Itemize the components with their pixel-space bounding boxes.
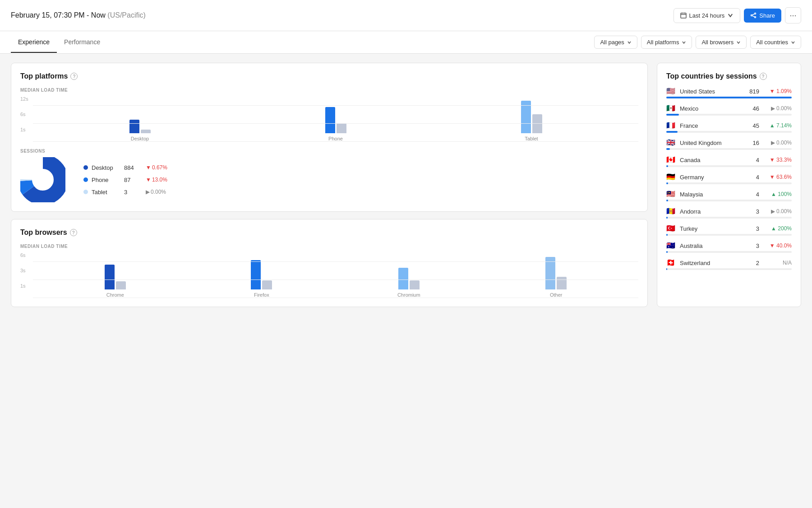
country-item: 🇬🇧 United Kingdom 16 ▶ 0.00% bbox=[666, 139, 792, 150]
y-label-12s: 12s bbox=[20, 96, 33, 102]
country-count: 46 bbox=[748, 105, 759, 112]
legend-tablet: Tablet 3 ▶ 0.00% bbox=[83, 189, 167, 196]
legend-dot-desktop bbox=[83, 165, 88, 170]
country-flag: 🇲🇾 bbox=[666, 191, 676, 198]
country-item: 🇲🇾 Malaysia 4 ▲ 100% bbox=[666, 191, 792, 201]
browser-y-label-3s: 3s bbox=[20, 268, 33, 273]
tab-experience[interactable]: Experience bbox=[11, 32, 57, 53]
firefox-label: Firefox bbox=[254, 292, 269, 298]
date-range-text: February 15, 07:30 PM - Now (US/Pacific) bbox=[11, 11, 146, 19]
svg-rect-0 bbox=[681, 13, 686, 18]
header-right: Last 24 hours Share ··· bbox=[674, 7, 801, 23]
legend-desktop: Desktop 884 ▼ 0.67% bbox=[83, 164, 167, 171]
other-bar-group: Other bbox=[545, 257, 567, 298]
country-item: 🇺🇸 United States 819 ▼ 1.09% bbox=[666, 88, 792, 98]
country-item: 🇦🇩 Andorra 3 ▶ 0.00% bbox=[666, 208, 792, 219]
top-platforms-title: Top platforms ? bbox=[20, 72, 638, 80]
country-flag: 🇬🇧 bbox=[666, 139, 676, 146]
country-name: Canada bbox=[680, 157, 744, 163]
chrome-bar-group: Chrome bbox=[105, 265, 126, 298]
country-count: 45 bbox=[748, 122, 759, 129]
chromium-bar-secondary bbox=[410, 280, 420, 289]
ellipsis-icon: ··· bbox=[789, 11, 796, 20]
tablet-change: ▶ 0.00% bbox=[146, 189, 166, 195]
svg-point-6 bbox=[755, 17, 756, 18]
platforms-info-icon[interactable]: ? bbox=[70, 73, 78, 80]
header-left: February 15, 07:30 PM - Now (US/Pacific) bbox=[11, 11, 146, 19]
main-content: Top platforms ? MEDIAN LOAD TIME 12s 6s … bbox=[0, 54, 812, 316]
browsers-median-label: MEDIAN LOAD TIME bbox=[20, 244, 638, 249]
browser-grid-bottom bbox=[33, 298, 638, 298]
more-options-button[interactable]: ··· bbox=[785, 7, 801, 23]
country-item: 🇫🇷 France 45 ▲ 7.14% bbox=[666, 122, 792, 133]
country-count: 16 bbox=[748, 140, 759, 146]
svg-line-8 bbox=[752, 16, 755, 17]
right-panel: Top countries by sessions ? 🇺🇸 United St… bbox=[657, 63, 801, 307]
all-browsers-filter[interactable]: All browsers bbox=[696, 36, 747, 49]
tablet-bar-secondary bbox=[532, 114, 542, 133]
legend-phone: Phone 87 ▼ 13.0% bbox=[83, 177, 167, 183]
firefox-bar-secondary bbox=[262, 280, 272, 289]
time-range-button[interactable]: Last 24 hours bbox=[674, 8, 741, 23]
country-change: ▲ 100% bbox=[765, 191, 792, 197]
country-item: 🇹🇷 Turkey 3 ▲ 200% bbox=[666, 225, 792, 236]
phone-change: ▼ 13.0% bbox=[146, 177, 167, 183]
country-flag: 🇺🇸 bbox=[666, 88, 676, 95]
browser-y-label-6s: 6s bbox=[20, 252, 33, 258]
country-progress-fill bbox=[666, 234, 668, 236]
svg-point-5 bbox=[751, 15, 752, 16]
all-browsers-label: All browsers bbox=[701, 39, 734, 46]
country-count: 3 bbox=[748, 242, 759, 249]
all-pages-filter[interactable]: All pages bbox=[594, 36, 637, 49]
phone-bar-primary bbox=[325, 107, 335, 133]
firefox-bar-primary bbox=[251, 260, 261, 289]
country-change: ▶ 0.00% bbox=[765, 140, 792, 146]
countries-list: 🇺🇸 United States 819 ▼ 1.09% 🇲🇽 Mexico 4… bbox=[666, 88, 792, 270]
tab-performance[interactable]: Performance bbox=[57, 32, 107, 53]
desktop-bar-primary bbox=[129, 120, 139, 133]
country-flag: 🇫🇷 bbox=[666, 122, 676, 129]
country-change: ▶ 0.00% bbox=[765, 105, 792, 112]
browser-y-label-1s: 1s bbox=[20, 283, 33, 289]
country-flag: 🇩🇪 bbox=[666, 173, 676, 181]
country-progress-bg bbox=[666, 251, 792, 253]
sessions-label: SESSIONS bbox=[20, 149, 638, 154]
country-progress-fill bbox=[666, 268, 667, 270]
desktop-label: Desktop bbox=[131, 136, 149, 141]
country-change: N/A bbox=[765, 260, 792, 266]
legend-dot-phone bbox=[83, 177, 88, 182]
country-name: Switzerland bbox=[680, 260, 744, 266]
country-name: United Kingdom bbox=[680, 140, 744, 146]
country-name: Andorra bbox=[680, 208, 744, 215]
all-countries-filter[interactable]: All countries bbox=[750, 36, 801, 49]
grid-line-mid bbox=[33, 123, 638, 124]
country-flag: 🇨🇦 bbox=[666, 156, 676, 163]
top-browsers-title: Top browsers ? bbox=[20, 228, 638, 237]
country-progress-fill bbox=[666, 97, 792, 98]
countries-info-icon[interactable]: ? bbox=[760, 73, 767, 80]
other-label: Other bbox=[550, 292, 563, 298]
browsers-info-icon[interactable]: ? bbox=[70, 229, 77, 236]
country-count: 4 bbox=[748, 174, 759, 181]
country-flag: 🇦🇩 bbox=[666, 208, 676, 215]
all-platforms-filter[interactable]: All platforms bbox=[641, 36, 692, 49]
all-pages-label: All pages bbox=[600, 39, 624, 46]
phone-bar-group: Phone bbox=[325, 107, 346, 141]
country-name: Mexico bbox=[680, 105, 744, 112]
country-progress-bg bbox=[666, 114, 792, 116]
share-label: Share bbox=[759, 12, 775, 19]
country-name: Malaysia bbox=[680, 191, 744, 198]
share-button[interactable]: Share bbox=[744, 9, 781, 23]
country-progress-bg bbox=[666, 268, 792, 270]
browser-grid-mid bbox=[33, 280, 638, 280]
tablet-label: Tablet bbox=[525, 136, 538, 141]
platforms-pie-chart bbox=[20, 157, 65, 202]
filters-container: All pages All platforms All browsers All… bbox=[594, 31, 801, 53]
chromium-label: Chromium bbox=[397, 292, 420, 298]
country-progress-bg bbox=[666, 182, 792, 184]
chevron-down-icon bbox=[791, 40, 795, 45]
country-item: 🇨🇦 Canada 4 ▼ 33.3% bbox=[666, 156, 792, 167]
country-name: Germany bbox=[680, 174, 744, 181]
top-countries-title: Top countries by sessions ? bbox=[666, 72, 792, 80]
browsers-bar-chart: 6s 3s 1s bbox=[20, 252, 638, 298]
